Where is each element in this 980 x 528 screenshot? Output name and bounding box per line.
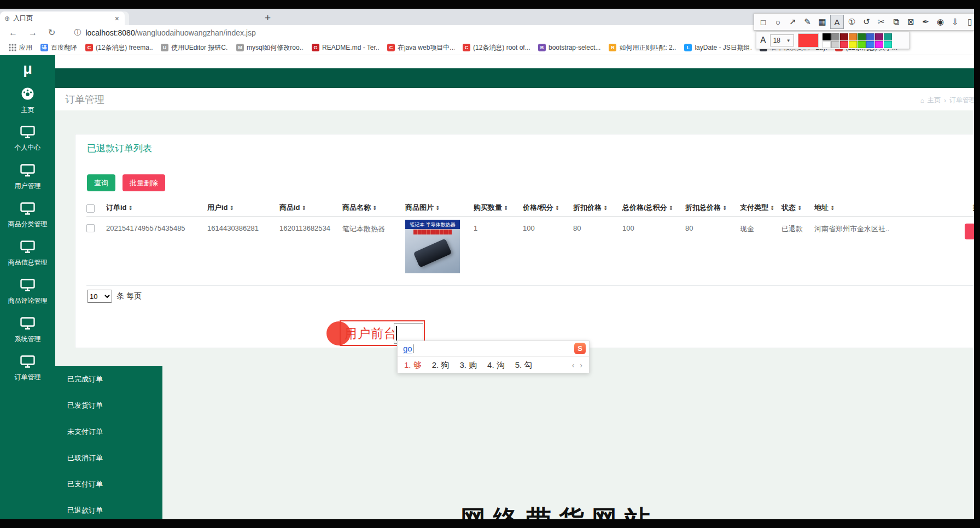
sidebar-item-product-review[interactable]: 商品评论管理	[0, 273, 55, 311]
sidebar-item-product-info[interactable]: 商品信息管理	[0, 234, 55, 273]
color-swatch[interactable]	[840, 41, 848, 48]
select-all-checkbox[interactable]	[86, 204, 95, 213]
ime-logo-icon[interactable]: S	[574, 343, 586, 354]
ime-prev-icon[interactable]: ‹	[572, 361, 575, 369]
sticker-tool-icon[interactable]: ⧉	[889, 15, 903, 29]
color-swatch[interactable]	[866, 41, 874, 48]
sidebar-item-product-category[interactable]: 商品分类管理	[0, 196, 55, 234]
ocr-tool-icon[interactable]: ⊠	[904, 15, 918, 29]
column-header[interactable]: 地址⇕	[814, 203, 935, 213]
column-header[interactable]: 用户id⇕	[207, 203, 279, 213]
pin-tool-icon[interactable]: ✒	[919, 15, 932, 29]
ime-candidate[interactable]: 5. 勾	[515, 360, 533, 371]
column-header[interactable]: 折扣总价格⇕	[685, 203, 740, 213]
sidebar-item-system[interactable]: 系统管理	[0, 311, 55, 349]
color-swatch[interactable]	[884, 41, 892, 48]
bookmark-item[interactable]: C(12条消息) root of...	[459, 43, 533, 52]
sort-icon[interactable]: ⇕	[129, 205, 133, 211]
font-size-dropdown[interactable]: 18 ▼	[770, 34, 794, 46]
text-tool-icon[interactable]: A	[830, 15, 844, 29]
color-swatch[interactable]	[822, 33, 831, 40]
scissors-tool-icon[interactable]: ✂	[874, 15, 888, 29]
column-header[interactable]: 总价格/总积分⇕	[622, 203, 685, 213]
breadcrumb-home-link[interactable]: 主页	[928, 96, 941, 105]
sort-icon[interactable]: ⇕	[435, 205, 440, 211]
record-tool-icon[interactable]: ◉	[934, 15, 947, 29]
tab-close-icon[interactable]: ×	[114, 15, 120, 22]
bookmark-item[interactable]: Mmysql如何修改roo...	[233, 43, 307, 52]
page-size-select[interactable]: 10	[87, 290, 112, 303]
current-color-swatch[interactable]	[798, 33, 819, 48]
sidebar-item-profile[interactable]: 个人中心	[0, 120, 55, 158]
sort-icon[interactable]: ⇕	[372, 205, 377, 211]
sort-icon[interactable]: ⇕	[770, 205, 774, 211]
undo-tool-icon[interactable]: ↺	[860, 15, 873, 29]
color-swatch[interactable]	[858, 41, 866, 48]
submenu-item-cancelled[interactable]: 已取消订单	[55, 445, 162, 471]
browser-tab[interactable]: ⊕入口页×	[0, 11, 125, 25]
color-swatch[interactable]	[840, 33, 848, 40]
bookmark-item[interactable]: C(12条消息) freema...	[82, 43, 156, 52]
sort-icon[interactable]: ⇕	[230, 205, 234, 211]
rectangle-tool-icon[interactable]: □	[756, 15, 770, 29]
bookmark-item[interactable]: U使用UEditor 报错C...	[158, 43, 231, 52]
back-button[interactable]: ←	[9, 28, 18, 37]
sort-icon[interactable]: ⇕	[555, 205, 559, 211]
color-swatch[interactable]	[875, 41, 883, 48]
sidebar-item-users[interactable]: 用户管理	[0, 158, 55, 196]
bookmark-item[interactable]: 应用	[5, 43, 36, 52]
column-header[interactable]: 商品名称⇕	[342, 203, 405, 213]
column-header[interactable]: 操作	[935, 203, 980, 213]
sort-icon[interactable]: ⇕	[722, 205, 727, 211]
sort-icon[interactable]: ⇕	[669, 205, 673, 211]
sidebar-item-home[interactable]: 主页	[0, 81, 55, 120]
pen-tool-icon[interactable]: ✎	[801, 15, 814, 29]
sort-icon[interactable]: ⇕	[797, 205, 802, 211]
site-info-icon[interactable]: ⓘ	[74, 28, 81, 38]
color-swatch[interactable]	[884, 33, 892, 40]
sort-icon[interactable]: ⇕	[830, 205, 835, 211]
ime-candidate[interactable]: 3. 购	[459, 360, 477, 371]
color-swatch[interactable]	[831, 41, 839, 48]
color-swatch[interactable]	[849, 41, 857, 48]
color-swatch[interactable]	[831, 33, 839, 40]
submenu-item-paid[interactable]: 已支付订单	[55, 471, 162, 497]
new-tab-button[interactable]: +	[265, 12, 271, 24]
column-header[interactable]: 购买数量⇕	[474, 203, 523, 213]
ime-candidate[interactable]: 2. 狗	[432, 360, 450, 371]
color-swatch[interactable]	[866, 33, 874, 40]
address-bar[interactable]: ⓘ localhost:8080/wangluodaihuowangzhan/i…	[74, 28, 255, 38]
sidebar-item-orders[interactable]: 订单管理	[0, 349, 55, 388]
query-button[interactable]: 查询	[87, 174, 115, 191]
column-header[interactable]: 折扣价格⇕	[573, 203, 622, 213]
column-header[interactable]: 商品图片⇕	[405, 203, 474, 213]
column-header[interactable]: 状态⇕	[781, 203, 814, 213]
ellipse-tool-icon[interactable]: ○	[771, 15, 785, 29]
bookmark-item[interactable]: C在java web项目中...	[384, 43, 458, 52]
bookmark-item[interactable]: 译百度翻译	[37, 43, 80, 52]
save-tool-icon[interactable]: ⇩	[948, 15, 962, 29]
bookmark-item[interactable]: LlayDate - JS日期组...	[681, 43, 755, 52]
color-swatch[interactable]	[849, 33, 857, 40]
column-header[interactable]: 价格/积分⇕	[523, 203, 573, 213]
number-tool-icon[interactable]: ①	[845, 15, 859, 29]
row-checkbox[interactable]	[86, 224, 95, 232]
forward-button[interactable]: →	[28, 28, 37, 37]
submenu-item-unpaid[interactable]: 未支付订单	[55, 419, 162, 445]
bookmark-item[interactable]: GREADME.md - Ter...	[308, 44, 382, 51]
mosaic-tool-icon[interactable]: ▦	[815, 15, 829, 29]
bookmark-item[interactable]: R如何用正则匹配: 2...	[605, 43, 679, 52]
color-swatch[interactable]	[858, 33, 866, 40]
reload-button[interactable]: ↻	[48, 28, 55, 37]
batch-delete-button[interactable]: 批量删除	[122, 174, 165, 191]
ime-candidate[interactable]: 1. 够	[404, 360, 422, 371]
sort-icon[interactable]: ⇕	[302, 205, 306, 211]
submenu-item-completed[interactable]: 已完成订单	[55, 366, 162, 392]
color-swatch[interactable]	[875, 33, 883, 40]
sort-icon[interactable]: ⇕	[603, 205, 608, 211]
column-header[interactable]: 商品id⇕	[279, 203, 342, 213]
column-header[interactable]: 订单id⇕	[106, 203, 207, 213]
bookmark-item[interactable]: Bbootstrap-select...	[535, 44, 604, 51]
arrow-tool-icon[interactable]: ↗	[786, 15, 800, 29]
ime-next-icon[interactable]: ›	[580, 361, 582, 369]
